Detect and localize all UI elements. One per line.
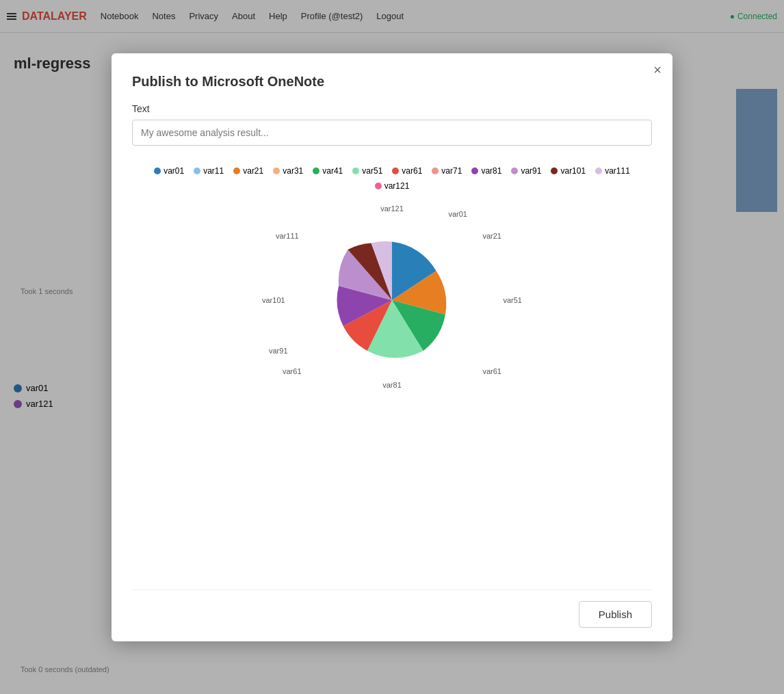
chart-legend: var01 var11 var21 var31 var41: [132, 166, 652, 191]
pie-label-var61: var61: [482, 367, 501, 375]
legend-dot-var101: [551, 168, 558, 174]
legend-dot-var61: [392, 168, 399, 174]
legend-label-var11: var11: [203, 166, 224, 176]
legend-var41: var41: [313, 166, 343, 176]
legend-var71: var71: [432, 166, 462, 176]
legend-var21: var21: [233, 166, 263, 176]
legend-label-var111: var111: [605, 166, 630, 176]
legend-dot-var11: [194, 168, 200, 174]
legend-var101: var101: [551, 166, 586, 176]
legend-dot-var71: [432, 168, 439, 174]
legend-var91: var91: [511, 166, 541, 176]
pie-label-var21: var21: [482, 232, 501, 240]
modal-overlay: Publish to Microsoft OneNote × Text var0…: [0, 0, 784, 694]
legend-label-var121: var121: [384, 181, 410, 191]
pie-label-var01: var01: [448, 210, 467, 218]
legend-label-var101: var101: [560, 166, 586, 176]
legend-dot-var81: [471, 168, 478, 174]
legend-label-var31: var31: [283, 166, 303, 176]
pie-label-var121: var121: [380, 204, 404, 213]
legend-label-var61: var61: [402, 166, 422, 176]
legend-label-var41: var41: [322, 166, 343, 176]
legend-var31: var31: [273, 166, 303, 176]
legend-dot-var01: [154, 168, 161, 174]
legend-var01: var01: [154, 166, 184, 176]
legend-dot-var21: [233, 168, 240, 174]
pie-label-var61b: var61: [283, 367, 302, 375]
text-field-label: Text: [132, 103, 652, 114]
legend-var81: var81: [471, 166, 501, 176]
chart-container: var01 var11 var21 var31 var41: [132, 159, 652, 589]
pie-label-var51: var51: [503, 296, 522, 304]
legend-var121: var121: [375, 181, 410, 191]
publish-button[interactable]: Publish: [579, 601, 652, 628]
modal-title: Publish to Microsoft OneNote: [132, 74, 652, 90]
legend-label-var01: var01: [164, 166, 184, 176]
pie-label-var81: var81: [382, 381, 402, 389]
pie-label-var111: var111: [276, 232, 299, 240]
legend-label-var51: var51: [362, 166, 382, 176]
modal: Publish to Microsoft OneNote × Text var0…: [112, 53, 672, 641]
pie-chart-wrapper: var121 var01 var21 var51 var61 var81 var…: [262, 204, 522, 396]
legend-dot-var121: [375, 183, 382, 189]
legend-var111: var111: [595, 166, 630, 176]
legend-dot-var111: [595, 168, 602, 174]
modal-footer: Publish: [132, 589, 652, 628]
pie-label-var101: var101: [262, 296, 285, 304]
pie-label-var91: var91: [269, 347, 288, 355]
legend-label-var81: var81: [481, 166, 501, 176]
legend-dot-var91: [511, 168, 518, 174]
legend-label-var21: var21: [243, 166, 263, 176]
text-input[interactable]: [132, 120, 652, 146]
modal-close-button[interactable]: ×: [653, 63, 662, 77]
legend-var11: var11: [194, 166, 224, 176]
legend-label-var91: var91: [521, 166, 541, 176]
legend-dot-var51: [352, 168, 359, 174]
legend-var51: var51: [352, 166, 382, 176]
legend-dot-var31: [273, 168, 280, 174]
legend-dot-var41: [313, 168, 319, 174]
legend-var61: var61: [392, 166, 422, 176]
legend-label-var71: var71: [441, 166, 462, 176]
pie-chart-svg: [327, 235, 457, 365]
